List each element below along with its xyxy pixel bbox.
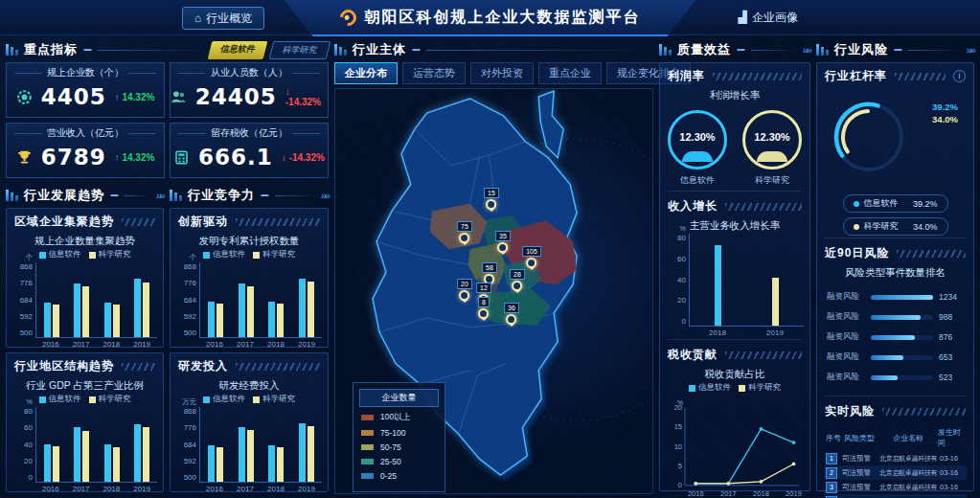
card-risk: 行业杠杆率 i 39.2%34.0%信息软件39.2%科学研究34.0% 近90…: [816, 62, 974, 491]
map-marker-35[interactable]: 35: [495, 231, 511, 253]
bar: [268, 445, 275, 482]
more-chevron-icon[interactable]: »»: [321, 190, 329, 201]
industry-toggle-group: 信息软件科学研究: [210, 41, 329, 59]
donut-legend-item: 信息软件39.2%: [843, 194, 948, 213]
more-chevron-icon[interactable]: »»: [156, 190, 164, 201]
page-title: 朝阳区科创规上企业大数据监测平台: [365, 8, 641, 28]
map-marker-36[interactable]: 36: [504, 303, 519, 325]
kpi-delta: ↑ 14.32%: [115, 92, 155, 102]
bar: [53, 446, 59, 482]
map-legend-title: 企业数量: [359, 389, 439, 407]
bar: [53, 305, 59, 337]
card-innovation: 创新驱动 发明专利累计授权数量信息软件科学研究个8687766845925002…: [170, 208, 329, 348]
chart-title: 利润增长率: [660, 89, 809, 102]
line-chart-canvas: %201510502016201720182019: [667, 396, 803, 498]
chart-legend: 信息软件科学研究: [660, 382, 809, 394]
kpi-label: 从业人员数（人）: [171, 63, 328, 79]
map-marker-75[interactable]: 75: [457, 221, 472, 243]
more-chevron-icon[interactable]: »»: [967, 44, 974, 56]
risk-rank-row: 融资风险1234: [827, 291, 964, 303]
chart-title: 发明专利累计授权数量: [176, 235, 322, 248]
bar: [247, 286, 254, 337]
profit-growth-gauges: 利润增长率12.30%信息软件12.30%科学研究: [660, 89, 809, 187]
pin-icon: [527, 258, 537, 268]
bar: [217, 447, 223, 482]
panel-industry-main-body: 行业主体 – 企业分布运营态势对外投资重点企业规企变化排名 1575351055…: [334, 40, 653, 494]
bar: [44, 444, 51, 482]
kpi-card: 营业收入（亿元）6789↑ 14.32%: [6, 123, 165, 178]
svg-text:2016: 2016: [688, 489, 704, 498]
svg-text:15: 15: [674, 422, 682, 431]
bar: [208, 302, 215, 337]
panel-industry-risk: 行业风险 – »» 行业杠杆率 i 39.2%34.0%信息软件39.2%科学研…: [816, 40, 974, 494]
map-marker-58[interactable]: 58: [482, 262, 497, 284]
chart-title: 税收贡献占比: [660, 368, 809, 381]
kpi-label: 留存税收（亿元）: [171, 124, 328, 140]
tab-重点企业[interactable]: 重点企业: [538, 62, 602, 84]
chart-patents: 发明专利累计授权数量信息软件科学研究个868776684592500201620…: [171, 235, 328, 349]
table-row[interactable]: 2司法预警北京启航卓越科技有限公司03-16: [824, 465, 967, 480]
bar: [208, 445, 215, 482]
bar: [772, 278, 779, 326]
panel-title: 行业主体: [353, 41, 406, 58]
chart-legend: 信息软件科学研究: [176, 394, 322, 405]
gauge-caption: 信息软件: [680, 174, 715, 187]
tab-bar: 企业分布运营态势对外投资重点企业规企变化排名: [334, 62, 653, 84]
bar: [299, 423, 306, 482]
pin-icon: [459, 233, 469, 243]
bar: [82, 286, 89, 337]
pin-icon: [512, 281, 522, 291]
chart-rnd-investment: 研发经费投入信息软件科学研究万元868776684592500201620172…: [171, 379, 328, 493]
section-decor-icon: [816, 44, 829, 56]
people-icon: [171, 89, 187, 105]
table-row[interactable]: 3司法预警北京启航卓越科技有限公司03-16: [824, 480, 967, 494]
chart-legend: 信息软件科学研究: [12, 394, 157, 405]
nav-industry-overview-label: 行业概览: [206, 11, 252, 27]
nav-enterprise-portrait[interactable]: ▟ 企业画像: [727, 7, 809, 28]
subsection-title: 研发投入: [178, 358, 228, 374]
kpi-value: 666.1: [198, 145, 273, 170]
map-marker-8[interactable]: 8: [478, 297, 490, 319]
tab-对外投资[interactable]: 对外投资: [470, 62, 534, 84]
map-marker-20[interactable]: 20: [457, 279, 472, 301]
section-decor-icon: [6, 44, 18, 56]
nav-industry-overview[interactable]: ⌂ 行业概览: [182, 7, 264, 30]
tab-运营态势[interactable]: 运营态势: [402, 62, 466, 84]
legend-item: 100以上: [361, 412, 437, 423]
bar: [74, 427, 80, 482]
tab-企业分布[interactable]: 企业分布: [334, 62, 398, 84]
chart-tax-contribution: 税收贡献占比信息软件科学研究%201510502016201720182019: [660, 368, 809, 498]
panel-title: 行业发展趋势: [24, 187, 104, 204]
map-marker-105[interactable]: 105: [522, 246, 541, 268]
map-marker-15[interactable]: 15: [484, 188, 499, 210]
bar: [217, 304, 223, 337]
table-row[interactable]: 1司法预警北京启航卓越科技有限公司03-16: [824, 451, 967, 465]
chart-enterprise-agglomeration: 规上企业数量集聚趋势信息软件科学研究个868776684592500201620…: [7, 235, 163, 349]
toggle-科学研究[interactable]: 科学研究: [269, 41, 331, 59]
top-header: ⌂ 行业概览 朝阳区科创规上企业大数据监测平台 ▟ 企业画像: [0, 0, 980, 35]
svg-text:5: 5: [678, 462, 682, 470]
trophy-icon: [16, 149, 33, 166]
map-marker-28[interactable]: 28: [510, 269, 525, 291]
risk-ranking-bars: 风险类型事件数量排名融资风险1234融资风险988融资风险876融资风险653融…: [817, 266, 973, 394]
kpi-value: 24405: [195, 84, 277, 109]
toggle-信息软件[interactable]: 信息软件: [208, 41, 268, 59]
gauge-value: 12.30%: [754, 131, 789, 143]
bar: [715, 245, 721, 326]
district-map: 15753510558282012836 企业数量 100以上75-10050-…: [334, 88, 653, 494]
chart-title: 主营业务收入增长率: [666, 219, 804, 233]
info-icon[interactable]: i: [953, 70, 966, 82]
nav-enterprise-portrait-label: 企业画像: [752, 10, 798, 26]
bar: [113, 305, 120, 337]
gauge-科学研究: 12.30%科学研究: [742, 110, 802, 187]
more-chevron-icon[interactable]: »»: [803, 44, 810, 56]
section-decor-icon: [334, 44, 347, 56]
bar: [308, 282, 314, 337]
card-region-structure: 行业地区结构趋势 行业 GDP 占第三产业比例信息软件科学研究%80604020…: [6, 352, 164, 492]
tax-icon: [173, 149, 190, 166]
district-sliver: [538, 91, 563, 158]
pin-icon: [459, 290, 469, 301]
subsection-title: 创新驱动: [178, 214, 228, 230]
table-row[interactable]: 4司法预警北京启航卓越科技有限公司03-16: [824, 494, 967, 498]
bar: [82, 431, 89, 482]
